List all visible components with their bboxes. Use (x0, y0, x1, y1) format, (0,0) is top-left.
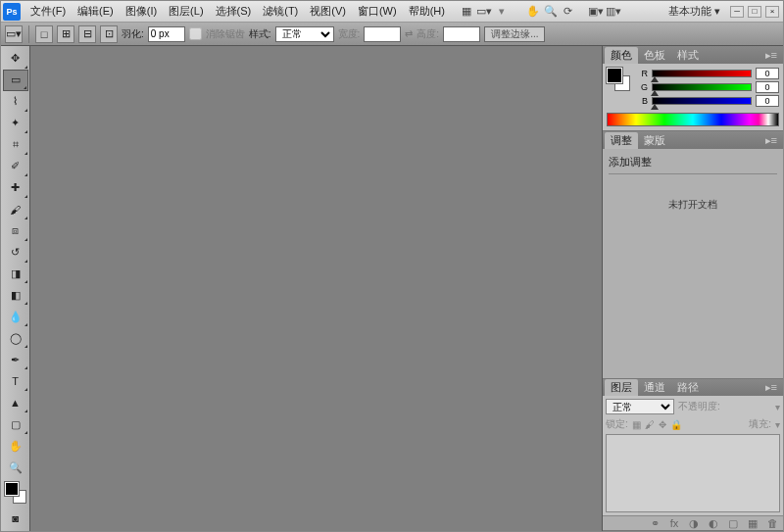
delete-layer-icon[interactable]: 🗑 (765, 516, 779, 530)
gradient-tool[interactable]: ◧ (3, 284, 28, 306)
brush-tool[interactable]: 🖌 (3, 199, 28, 220)
lock-position-icon[interactable]: ✥ (659, 419, 666, 430)
tool-preset-icon[interactable]: ▭▾ (5, 25, 23, 43)
new-selection-icon[interactable]: □ (35, 25, 53, 43)
channel-r-input[interactable] (756, 68, 779, 79)
menu-select[interactable]: 选择(S) (210, 2, 258, 21)
antialias-checkbox[interactable] (189, 27, 202, 40)
zoom-level-icon[interactable]: ▾ (494, 4, 510, 20)
pen-tool[interactable]: ✒ (3, 349, 28, 370)
blur-tool[interactable]: 💧 (3, 306, 28, 327)
layer-style-icon[interactable]: fx (667, 516, 681, 530)
channel-g-input[interactable] (756, 81, 779, 93)
feather-input[interactable] (148, 26, 185, 42)
tab-styles[interactable]: 样式 (671, 47, 705, 64)
close-button[interactable]: × (765, 6, 779, 18)
tab-swatches[interactable]: 色板 (638, 47, 671, 64)
lasso-tool[interactable]: ⌇ (3, 91, 28, 113)
color-panel: 颜色 色板 样式 ▸≡ R (603, 46, 783, 131)
channel-b-input[interactable] (756, 95, 779, 107)
antialias-label: 消除锯齿 (206, 27, 245, 41)
layer-mask-icon[interactable]: ◑ (687, 516, 701, 530)
adjustments-panel: 调整 蒙版 ▸≡ 添加调整 未打开文档 (603, 131, 783, 379)
zoom-tool[interactable]: 🔍 (3, 457, 28, 478)
tab-color[interactable]: 颜色 (605, 47, 638, 64)
adjustment-layer-icon[interactable]: ◐ (707, 516, 720, 530)
move-tool[interactable]: ✥ (3, 48, 28, 70)
menu-window[interactable]: 窗口(W) (352, 2, 403, 21)
main-area: ✥ ▭ ⌇ ✦ ⌗ ✐ ✚ 🖌 ⧇ ↺ ◨ ◧ 💧 ◯ ✒ T ▲ ▢ ✋ 🔍 … (1, 46, 783, 531)
feather-label: 羽化: (122, 27, 144, 41)
type-tool[interactable]: T (3, 370, 28, 392)
group-icon[interactable]: ▢ (726, 516, 740, 530)
wand-tool[interactable]: ✦ (3, 113, 28, 134)
channel-g-label: G (638, 82, 648, 92)
zoom-icon[interactable]: 🔍 (543, 4, 559, 20)
path-select-tool[interactable]: ▲ (3, 392, 28, 413)
panel-menu-icon[interactable]: ▸≡ (761, 381, 781, 394)
options-bar: ▭▾ □ ⊞ ⊟ ⊡ 羽化: 消除锯齿 样式: 正常 宽度: ⇄ 高度: 调整边… (1, 23, 783, 46)
panel-color-swatch[interactable] (607, 68, 630, 91)
stamp-tool[interactable]: ⧇ (3, 220, 28, 242)
tab-masks[interactable]: 蒙版 (638, 132, 671, 149)
history-brush-tool[interactable]: ↺ (3, 242, 28, 264)
quickmask-tool[interactable]: ◙ (3, 508, 28, 529)
channel-r-label: R (638, 69, 648, 78)
panels-dock: 颜色 色板 样式 ▸≡ R (602, 46, 783, 531)
eraser-tool[interactable]: ◨ (3, 264, 28, 285)
marquee-tool[interactable]: ▭ (3, 70, 28, 91)
panel-menu-icon[interactable]: ▸≡ (761, 49, 781, 62)
hand-tool[interactable]: ✋ (3, 435, 28, 457)
menu-help[interactable]: 帮助(H) (403, 2, 451, 21)
menu-file[interactable]: 文件(F) (24, 2, 72, 21)
workspace-switcher[interactable]: 基本功能 ▾ (662, 2, 726, 21)
intersect-selection-icon[interactable]: ⊡ (100, 25, 118, 43)
layers-footer: ⚭ fx ◑ ◐ ▢ ▦ 🗑 (603, 515, 783, 530)
dodge-tool[interactable]: ◯ (3, 327, 28, 349)
hand-icon[interactable]: ✋ (525, 4, 541, 20)
screen-mode-icon[interactable]: ▣▾ (588, 4, 604, 20)
tab-paths[interactable]: 路径 (671, 379, 705, 396)
blend-mode-select[interactable]: 正常 (606, 399, 674, 414)
crop-tool[interactable]: ⌗ (3, 134, 28, 156)
add-selection-icon[interactable]: ⊞ (57, 25, 74, 43)
new-layer-icon[interactable]: ▦ (746, 516, 760, 530)
lock-transparent-icon[interactable]: ▦ (632, 419, 641, 430)
no-document-message: 未打开文档 (609, 178, 777, 231)
refine-edge-button[interactable]: 调整边缘... (484, 26, 545, 42)
shape-tool[interactable]: ▢ (3, 413, 28, 435)
lock-pixels-icon[interactable]: 🖌 (645, 419, 655, 430)
extras-icon[interactable]: ▥▾ (606, 4, 621, 20)
color-spectrum[interactable] (607, 113, 779, 126)
menu-edit[interactable]: 编辑(E) (72, 2, 120, 21)
menu-filter[interactable]: 滤镜(T) (257, 2, 304, 21)
minimize-button[interactable]: ─ (730, 6, 744, 18)
tab-adjustments[interactable]: 调整 (605, 132, 638, 149)
subtract-selection-icon[interactable]: ⊟ (78, 25, 96, 43)
foreground-swatch[interactable] (5, 482, 19, 496)
style-select[interactable]: 正常 (275, 26, 334, 42)
width-label: 宽度: (338, 27, 361, 41)
bridge-icon[interactable]: ▦ (459, 4, 474, 20)
rotate-view-icon[interactable]: ⟳ (561, 4, 576, 20)
slider-g[interactable] (652, 83, 752, 91)
panel-menu-icon[interactable]: ▸≡ (761, 134, 781, 147)
link-layers-icon[interactable]: ⚭ (648, 516, 662, 530)
height-input (443, 26, 480, 42)
menu-view[interactable]: 视图(V) (304, 2, 352, 21)
layers-panel: 图层 通道 路径 ▸≡ 正常 不透明度: ▾ 锁定: ▦ 🖌 ✥ 🔒 填充: (603, 379, 783, 531)
tab-layers[interactable]: 图层 (605, 379, 638, 396)
maximize-button[interactable]: □ (748, 6, 761, 18)
tab-channels[interactable]: 通道 (638, 379, 671, 396)
menu-layer[interactable]: 图层(L) (163, 2, 209, 21)
menu-image[interactable]: 图像(I) (120, 2, 163, 21)
canvas-area[interactable] (30, 46, 602, 531)
slider-b[interactable] (652, 97, 752, 105)
slider-r[interactable] (652, 70, 752, 77)
color-swatches[interactable] (5, 482, 26, 504)
eyedropper-tool[interactable]: ✐ (3, 156, 28, 177)
healing-tool[interactable]: ✚ (3, 177, 28, 199)
lock-all-icon[interactable]: 🔒 (670, 419, 682, 430)
arrange-icon[interactable]: ▭▾ (476, 4, 492, 20)
layers-list[interactable] (606, 434, 780, 512)
